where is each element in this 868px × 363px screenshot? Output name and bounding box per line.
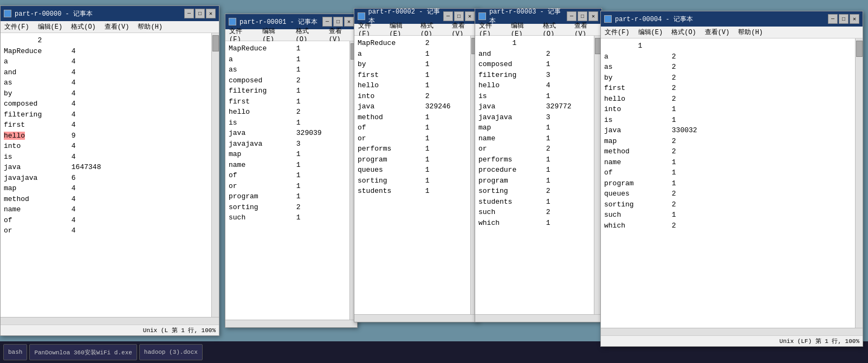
window-title-1: part-r-00001 - 记事本 — [239, 17, 318, 27]
maximize-btn-2[interactable]: □ — [454, 11, 464, 21]
content-area-4[interactable]: 1 a 2 as 2 by 2 first 2 hello 2 into 1 i… — [601, 38, 863, 328]
scrollbar-h-2[interactable] — [354, 314, 478, 322]
title-controls-0: ─ □ ✕ — [184, 9, 216, 18]
content-area-0[interactable]: 2 MapReduce 4 a 4 and 4 as 4 by 4 compos… — [1, 33, 219, 317]
highlighted-word: hello — [4, 132, 25, 140]
close-btn-2[interactable]: ✕ — [465, 11, 475, 21]
scrollbar-v-4[interactable] — [855, 38, 863, 328]
content-area-3[interactable]: 1 and 2 composed 1 filtering 3 hello 4 i… — [475, 36, 601, 314]
notepad-icon-3 — [478, 12, 486, 20]
scrollbar-thumb-0[interactable] — [212, 35, 219, 51]
scrollbar-h-3[interactable] — [475, 314, 601, 322]
notepad-window-1: part-r-00001 - 记事本 ─ □ ✕ 文件(F)编辑(E)格式(O)… — [225, 14, 358, 328]
scrollbar-h-4[interactable] — [601, 328, 863, 335]
title-controls-4: ─ □ ✕ — [828, 14, 859, 24]
notepad-window-0: part-r-00000 - 记事本 ─ □ ✕ 文件(F)编辑(E)格式(O)… — [0, 5, 219, 336]
minimize-btn-0[interactable]: ─ — [184, 9, 194, 18]
maximize-btn-0[interactable]: □ — [195, 9, 205, 18]
menu-item-0-1[interactable]: 编辑(E) — [36, 22, 64, 31]
content-area-1[interactable]: MapReduce 1 a 1 as 1 composed 2 filterin… — [225, 41, 357, 320]
notepad-window-3: part-r-00003 - 记事本 ─ □ ✕ 文件(F)编辑(E)格式(O)… — [475, 8, 602, 322]
notepad-window-4: part-r-00004 - 记事本 ─ □ ✕ 文件(F)编辑(E)格式(O)… — [600, 11, 863, 347]
minimize-btn-1[interactable]: ─ — [322, 17, 332, 27]
menu-item-0-3[interactable]: 查看(V) — [103, 22, 131, 31]
window-title-4: part-r-00004 - 记事本 — [615, 15, 693, 24]
menu-item-4-2[interactable]: 格式(O) — [670, 28, 698, 37]
scrollbar-thumb-4[interactable] — [856, 41, 863, 57]
title-bar-4: part-r-00004 - 记事本 ─ □ ✕ — [601, 11, 863, 27]
menu-bar-3: 文件(F)编辑(E)格式(O)查看(V) — [475, 24, 601, 36]
menu-item-4-1[interactable]: 编辑(E) — [637, 28, 665, 37]
status-text-4: Unix (LF) 第 1 行, 100% — [780, 337, 859, 345]
title-controls-2: ─ □ ✕ — [443, 11, 475, 21]
notepad-icon-0 — [4, 10, 11, 17]
title-bar-0: part-r-00000 - 记事本 ─ □ ✕ — [1, 6, 219, 21]
window-title-0: part-r-00000 - 记事本 — [15, 9, 93, 18]
menu-item-4-3[interactable]: 查看(V) — [703, 28, 731, 37]
title-controls-3: ─ □ ✕ — [567, 11, 598, 21]
close-btn-3[interactable]: ✕ — [588, 11, 598, 21]
close-btn-4[interactable]: ✕ — [850, 14, 859, 24]
notepad-icon-2 — [358, 12, 365, 20]
scrollbar-h-1[interactable] — [225, 320, 357, 327]
status-bar-4: Unix (LF) 第 1 行, 100% — [601, 335, 863, 346]
status-text-0: Unix (L 第 1 行, 100% — [143, 326, 216, 334]
notepad-window-2: part-r-00002 - 记事本 ─ □ ✕ 文件(F)编辑(E)格式(O)… — [354, 8, 478, 322]
taskbar-item-hadoop[interactable]: hadoop (3).docx — [139, 344, 203, 360]
taskbar-item-bash[interactable]: bash — [3, 344, 27, 360]
minimize-btn-2[interactable]: ─ — [443, 11, 453, 21]
menu-bar-2: 文件(F)编辑(E)格式(O)查看(V) — [354, 24, 478, 36]
minimize-btn-3[interactable]: ─ — [567, 11, 576, 21]
menu-item-4-0[interactable]: 文件(F) — [603, 28, 631, 37]
title-bar-left-4: part-r-00004 - 记事本 — [604, 15, 693, 24]
close-btn-1[interactable]: ✕ — [344, 17, 354, 27]
notepad-icon-4 — [604, 15, 612, 23]
title-bar-left-0: part-r-00000 - 记事本 — [4, 9, 93, 18]
content-area-2[interactable]: MapReduce 2 a 1 by 1 first 1 hello 1 int… — [354, 36, 478, 314]
close-btn-0[interactable]: ✕ — [206, 9, 216, 18]
status-bar-0: Unix (L 第 1 行, 100% — [1, 325, 219, 335]
menu-bar-0: 文件(F)编辑(E)格式(O)查看(V)帮助(H) — [1, 21, 219, 33]
menu-item-0-0[interactable]: 文件(F) — [3, 22, 31, 31]
scrollbar-h-0[interactable] — [1, 317, 219, 325]
maximize-btn-4[interactable]: □ — [839, 14, 848, 24]
notepad-icon-1 — [229, 18, 236, 25]
taskbar-item-pan[interactable]: PanDownloa 360安装WiFi d.exe — [29, 344, 137, 360]
title-bar-left-1: part-r-00001 - 记事本 — [229, 17, 318, 27]
menu-bar-1: 文件(F)编辑(E)格式(O)查看(V) — [225, 29, 357, 41]
menu-item-0-4[interactable]: 帮助(H) — [136, 22, 164, 31]
maximize-btn-1[interactable]: □ — [333, 17, 343, 27]
scrollbar-v-0[interactable] — [211, 33, 219, 317]
minimize-btn-4[interactable]: ─ — [828, 14, 838, 24]
menu-bar-4: 文件(F)编辑(E)格式(O)查看(V)帮助(H) — [601, 27, 863, 38]
menu-item-0-2[interactable]: 格式(O) — [69, 22, 98, 31]
menu-item-4-4[interactable]: 帮助(H) — [736, 28, 765, 37]
maximize-btn-3[interactable]: □ — [578, 11, 587, 21]
title-controls-1: ─ □ ✕ — [322, 17, 354, 27]
